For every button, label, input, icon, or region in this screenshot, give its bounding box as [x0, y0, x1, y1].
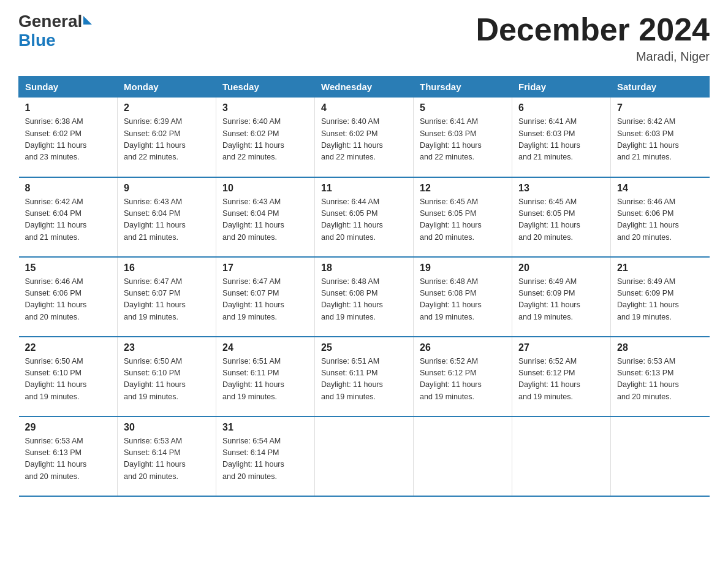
- calendar-cell: 29 Sunrise: 6:53 AMSunset: 6:13 PMDaylig…: [19, 416, 118, 496]
- day-number: 23: [124, 342, 210, 353]
- calendar-cell: 26 Sunrise: 6:52 AMSunset: 6:12 PMDaylig…: [414, 337, 512, 416]
- day-info: Sunrise: 6:43 AMSunset: 6:04 PMDaylight:…: [222, 196, 308, 244]
- day-number: 30: [124, 422, 210, 433]
- day-info: Sunrise: 6:47 AMSunset: 6:07 PMDaylight:…: [124, 276, 210, 324]
- calendar-cell: [512, 416, 611, 496]
- day-info: Sunrise: 6:42 AMSunset: 6:04 PMDaylight:…: [25, 196, 112, 244]
- calendar-cell: 3 Sunrise: 6:40 AMSunset: 6:02 PMDayligh…: [216, 98, 315, 177]
- col-sunday: Sunday: [19, 77, 118, 98]
- calendar-week-row: 29 Sunrise: 6:53 AMSunset: 6:13 PMDaylig…: [19, 416, 710, 496]
- calendar-cell: 4 Sunrise: 6:40 AMSunset: 6:02 PMDayligh…: [315, 98, 414, 177]
- logo-blue-text: Blue: [18, 31, 92, 50]
- day-info: Sunrise: 6:38 AMSunset: 6:02 PMDaylight:…: [25, 116, 112, 164]
- day-info: Sunrise: 6:50 AMSunset: 6:10 PMDaylight:…: [25, 356, 112, 404]
- calendar-week-row: 1 Sunrise: 6:38 AMSunset: 6:02 PMDayligh…: [19, 98, 710, 177]
- day-number: 20: [518, 262, 604, 274]
- day-info: Sunrise: 6:51 AMSunset: 6:11 PMDaylight:…: [222, 356, 308, 404]
- calendar-cell: 16 Sunrise: 6:47 AMSunset: 6:07 PMDaylig…: [118, 257, 216, 337]
- calendar-cell: 5 Sunrise: 6:41 AMSunset: 6:03 PMDayligh…: [414, 98, 512, 177]
- calendar-cell: 15 Sunrise: 6:46 AMSunset: 6:06 PMDaylig…: [19, 257, 118, 337]
- calendar-week-row: 22 Sunrise: 6:50 AMSunset: 6:10 PMDaylig…: [19, 337, 710, 416]
- calendar-cell: 13 Sunrise: 6:45 AMSunset: 6:05 PMDaylig…: [512, 177, 611, 257]
- page-header: General Blue December 2024 Maradi, Niger: [18, 12, 710, 64]
- calendar-header-row: Sunday Monday Tuesday Wednesday Thursday…: [19, 77, 710, 98]
- day-number: 10: [222, 183, 308, 194]
- day-number: 24: [222, 342, 308, 353]
- calendar-cell: 18 Sunrise: 6:48 AMSunset: 6:08 PMDaylig…: [315, 257, 414, 337]
- logo: General Blue: [18, 12, 92, 50]
- calendar-cell: [315, 416, 414, 496]
- day-info: Sunrise: 6:53 AMSunset: 6:14 PMDaylight:…: [124, 435, 210, 483]
- day-info: Sunrise: 6:53 AMSunset: 6:13 PMDaylight:…: [25, 435, 112, 483]
- calendar-week-row: 15 Sunrise: 6:46 AMSunset: 6:06 PMDaylig…: [19, 257, 710, 337]
- title-block: December 2024 Maradi, Niger: [476, 12, 710, 64]
- day-info: Sunrise: 6:44 AMSunset: 6:05 PMDaylight:…: [321, 196, 407, 244]
- calendar-cell: 28 Sunrise: 6:53 AMSunset: 6:13 PMDaylig…: [611, 337, 710, 416]
- calendar-cell: 30 Sunrise: 6:53 AMSunset: 6:14 PMDaylig…: [118, 416, 216, 496]
- day-number: 4: [321, 102, 407, 113]
- day-info: Sunrise: 6:53 AMSunset: 6:13 PMDaylight:…: [617, 356, 703, 404]
- day-number: 22: [25, 342, 112, 353]
- day-info: Sunrise: 6:52 AMSunset: 6:12 PMDaylight:…: [420, 356, 506, 404]
- day-info: Sunrise: 6:51 AMSunset: 6:11 PMDaylight:…: [321, 356, 407, 404]
- day-info: Sunrise: 6:46 AMSunset: 6:06 PMDaylight:…: [617, 196, 703, 244]
- logo-general-text: General: [18, 13, 82, 30]
- calendar-cell: 8 Sunrise: 6:42 AMSunset: 6:04 PMDayligh…: [19, 177, 118, 257]
- day-number: 2: [124, 102, 210, 113]
- day-number: 21: [617, 262, 703, 274]
- day-number: 31: [222, 422, 308, 433]
- day-number: 9: [124, 183, 210, 194]
- day-number: 25: [321, 342, 407, 353]
- day-number: 11: [321, 183, 407, 194]
- day-number: 13: [518, 183, 604, 194]
- logo-arrow-icon: [83, 16, 92, 25]
- calendar-cell: 25 Sunrise: 6:51 AMSunset: 6:11 PMDaylig…: [315, 337, 414, 416]
- calendar-cell: 6 Sunrise: 6:41 AMSunset: 6:03 PMDayligh…: [512, 98, 611, 177]
- calendar-cell: 19 Sunrise: 6:48 AMSunset: 6:08 PMDaylig…: [414, 257, 512, 337]
- calendar-cell: 31 Sunrise: 6:54 AMSunset: 6:14 PMDaylig…: [216, 416, 315, 496]
- calendar-cell: 14 Sunrise: 6:46 AMSunset: 6:06 PMDaylig…: [611, 177, 710, 257]
- col-saturday: Saturday: [611, 77, 710, 98]
- day-info: Sunrise: 6:42 AMSunset: 6:03 PMDaylight:…: [617, 116, 703, 164]
- day-number: 26: [420, 342, 506, 353]
- calendar-cell: [611, 416, 710, 496]
- day-info: Sunrise: 6:54 AMSunset: 6:14 PMDaylight:…: [222, 435, 308, 483]
- calendar-cell: 21 Sunrise: 6:49 AMSunset: 6:09 PMDaylig…: [611, 257, 710, 337]
- day-number: 29: [25, 422, 112, 433]
- calendar-cell: 11 Sunrise: 6:44 AMSunset: 6:05 PMDaylig…: [315, 177, 414, 257]
- day-number: 7: [617, 102, 703, 113]
- day-number: 27: [518, 342, 604, 353]
- calendar-cell: 17 Sunrise: 6:47 AMSunset: 6:07 PMDaylig…: [216, 257, 315, 337]
- day-number: 16: [124, 262, 210, 274]
- calendar-cell: [414, 416, 512, 496]
- calendar-cell: 10 Sunrise: 6:43 AMSunset: 6:04 PMDaylig…: [216, 177, 315, 257]
- calendar-week-row: 8 Sunrise: 6:42 AMSunset: 6:04 PMDayligh…: [19, 177, 710, 257]
- day-number: 8: [25, 183, 112, 194]
- day-info: Sunrise: 6:46 AMSunset: 6:06 PMDaylight:…: [25, 276, 112, 324]
- day-number: 15: [25, 262, 112, 274]
- calendar-cell: 7 Sunrise: 6:42 AMSunset: 6:03 PMDayligh…: [611, 98, 710, 177]
- day-number: 18: [321, 262, 407, 274]
- day-number: 14: [617, 183, 703, 194]
- day-info: Sunrise: 6:49 AMSunset: 6:09 PMDaylight:…: [518, 276, 604, 324]
- day-info: Sunrise: 6:52 AMSunset: 6:12 PMDaylight:…: [518, 356, 604, 404]
- day-info: Sunrise: 6:45 AMSunset: 6:05 PMDaylight:…: [518, 196, 604, 244]
- day-number: 5: [420, 102, 506, 113]
- location-label: Maradi, Niger: [476, 50, 710, 64]
- day-info: Sunrise: 6:48 AMSunset: 6:08 PMDaylight:…: [321, 276, 407, 324]
- calendar-cell: 22 Sunrise: 6:50 AMSunset: 6:10 PMDaylig…: [19, 337, 118, 416]
- day-number: 17: [222, 262, 308, 274]
- calendar-cell: 9 Sunrise: 6:43 AMSunset: 6:04 PMDayligh…: [118, 177, 216, 257]
- calendar-cell: 24 Sunrise: 6:51 AMSunset: 6:11 PMDaylig…: [216, 337, 315, 416]
- calendar-cell: 12 Sunrise: 6:45 AMSunset: 6:05 PMDaylig…: [414, 177, 512, 257]
- calendar-table: Sunday Monday Tuesday Wednesday Thursday…: [18, 76, 710, 497]
- col-tuesday: Tuesday: [216, 77, 315, 98]
- day-info: Sunrise: 6:50 AMSunset: 6:10 PMDaylight:…: [124, 356, 210, 404]
- day-info: Sunrise: 6:48 AMSunset: 6:08 PMDaylight:…: [420, 276, 506, 324]
- day-info: Sunrise: 6:47 AMSunset: 6:07 PMDaylight:…: [222, 276, 308, 324]
- col-wednesday: Wednesday: [315, 77, 414, 98]
- day-number: 12: [420, 183, 506, 194]
- calendar-cell: 27 Sunrise: 6:52 AMSunset: 6:12 PMDaylig…: [512, 337, 611, 416]
- col-monday: Monday: [118, 77, 216, 98]
- day-info: Sunrise: 6:49 AMSunset: 6:09 PMDaylight:…: [617, 276, 703, 324]
